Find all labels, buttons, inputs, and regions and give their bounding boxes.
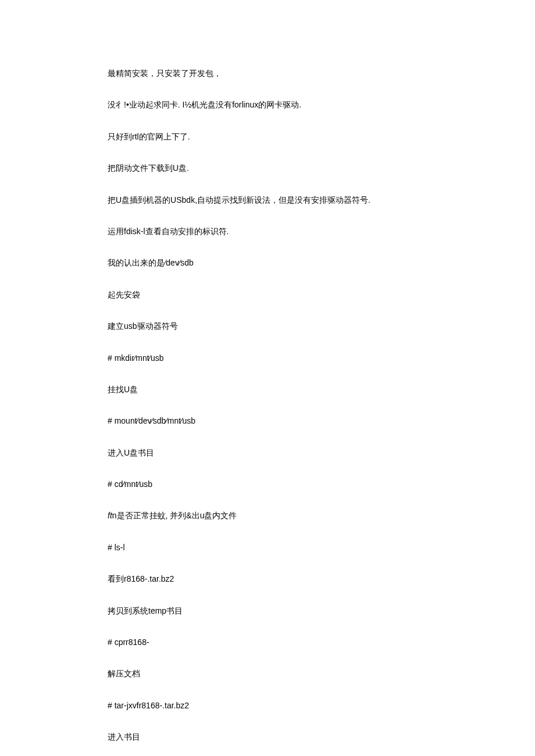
command-line: # mount⁄dev⁄sdb⁄mnt⁄usb bbox=[108, 414, 427, 427]
italic-text: ft bbox=[108, 511, 112, 520]
paragraph: 进入U盘书目 bbox=[108, 446, 427, 459]
text-span: n是否正常挂蚊, 并列&出u盘内文件 bbox=[112, 511, 237, 520]
paragraph: 看到r8168-.tar.bz2 bbox=[108, 572, 427, 585]
paragraph: ftn是否正常挂蚊, 并列&出u盘内文件 bbox=[108, 509, 427, 522]
paragraph: 最精简安装，只安装了开发包， bbox=[108, 67, 427, 80]
command-line: # ls-l bbox=[108, 541, 427, 554]
paragraph: 把U盘插到机器的USbdk,自动提示找到新设法，但是没有安排驱动器符号. bbox=[108, 194, 427, 206]
paragraph: 挂找U盘 bbox=[108, 383, 427, 396]
paragraph: 拷贝到系统temp书目 bbox=[108, 604, 427, 617]
paragraph: 运用fdisk-l查看自动安排的标识符. bbox=[108, 225, 427, 238]
paragraph: 没彳!•业动起求同卡. I½机光盘没有forlinux的网卡驱动. bbox=[108, 98, 427, 111]
paragraph: 解压文档 bbox=[108, 667, 427, 680]
command-line: # cprr8168- bbox=[108, 636, 427, 648]
paragraph: 把阴动文件下载到U盘. bbox=[108, 162, 427, 174]
command-line: # tar-jxvfr8168-.tar.bz2 bbox=[108, 699, 427, 712]
command-line: # mkdir⁄mnt⁄usb bbox=[108, 352, 427, 364]
paragraph: 起先安袋 bbox=[108, 288, 427, 301]
paragraph: 建立usb驱动器符号 bbox=[108, 320, 427, 332]
paragraph: 进入书目 bbox=[108, 730, 427, 743]
command-line: # cd⁄mnt⁄usb bbox=[108, 478, 427, 490]
paragraph: 只好到rtl的官网上下了. bbox=[108, 130, 427, 143]
paragraph: 我的认出来的是⁄dev⁄sdb bbox=[108, 256, 427, 269]
